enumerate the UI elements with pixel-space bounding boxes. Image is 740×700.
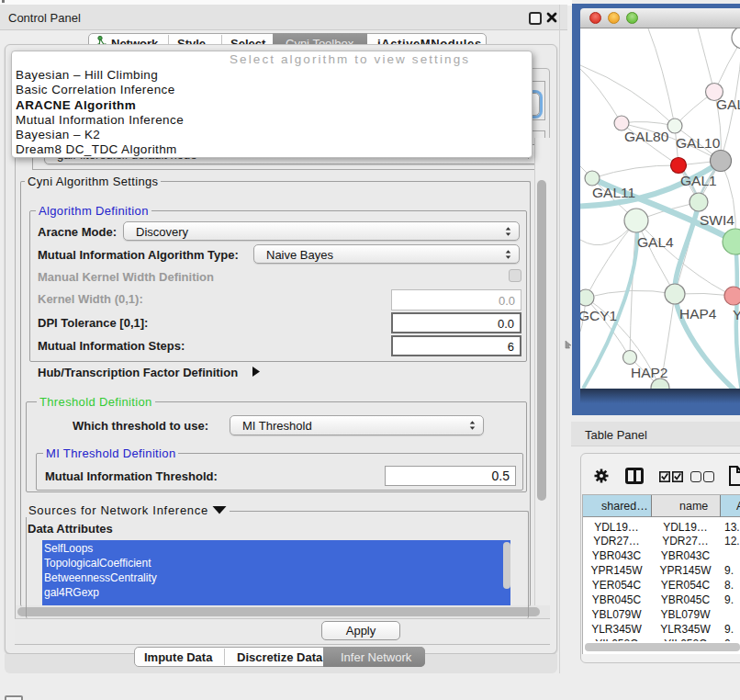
- svg-text:Y: Y: [733, 307, 740, 322]
- svg-text:GAL2: GAL2: [716, 96, 740, 112]
- svg-text:GAL11: GAL11: [592, 185, 635, 200]
- svg-text:HAP2: HAP2: [631, 365, 668, 380]
- svg-text:GAL1: GAL1: [680, 173, 717, 188]
- svg-text:GAL4: GAL4: [637, 234, 674, 250]
- svg-text:GAL80: GAL80: [624, 129, 669, 144]
- svg-text:GCY1: GCY1: [580, 308, 617, 323]
- svg-text:GAL10: GAL10: [676, 135, 721, 151]
- svg-text:SWI4: SWI4: [700, 212, 734, 228]
- svg-text:HAP4: HAP4: [679, 306, 717, 322]
